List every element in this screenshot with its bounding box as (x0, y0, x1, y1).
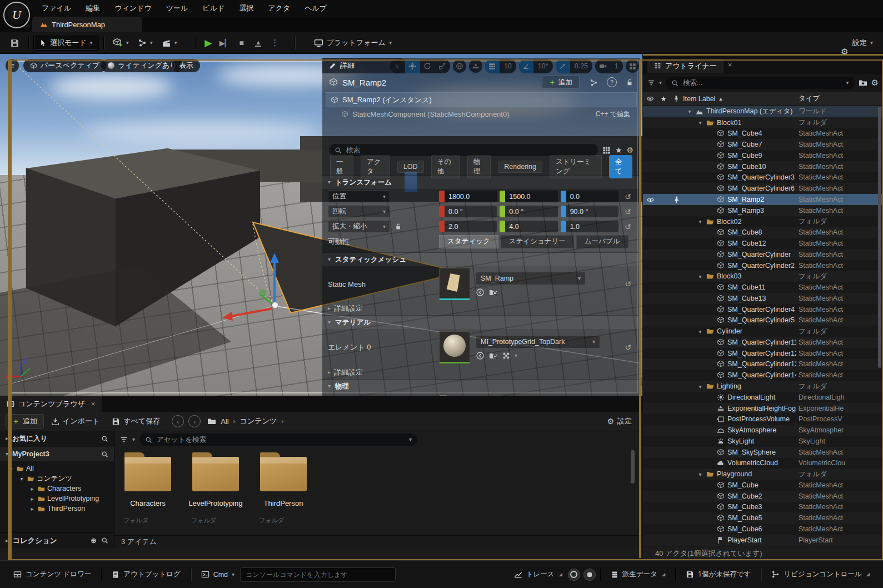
section-materials[interactable]: ▾ マテリアル (322, 315, 640, 329)
save-icon[interactable] (10, 38, 19, 48)
details-category-tab[interactable]: ストリーミング (550, 155, 602, 178)
breadcrumb-root[interactable]: All (218, 417, 231, 426)
expand-caret-icon[interactable]: ▾ (686, 108, 693, 114)
outliner-row[interactable]: ▾ Block03 フォルダ (643, 271, 883, 282)
outliner-row[interactable]: SM_Cube7 StaticMeshAct (643, 139, 883, 150)
close-icon[interactable]: × (728, 61, 732, 69)
perspective-button[interactable]: パースペクティブ (23, 59, 106, 72)
details-category-tab[interactable]: 一般 (330, 155, 353, 178)
visibility-column-icon[interactable] (643, 95, 657, 102)
location-x-field[interactable]: 1800.0 (439, 191, 497, 202)
component-row-instance[interactable]: SM_Ramp2 (インスタンス) (326, 92, 637, 107)
outliner-row[interactable]: SM_Cube2 StaticMeshAct (643, 491, 883, 502)
type-column[interactable]: タイプ (796, 94, 883, 103)
insights-button[interactable] (568, 569, 580, 581)
derived-data-button[interactable]: 派生データ ◢ (605, 570, 671, 579)
revision-control-button[interactable]: リビジョンコントロール ◢ (766, 570, 875, 579)
scale-z-field[interactable]: 1.0 (561, 221, 618, 232)
favorites-icon[interactable]: ★ (615, 146, 622, 155)
outliner-row[interactable]: ▾ Block01 フォルダ (643, 117, 883, 128)
play-options-button[interactable]: ⋮ (267, 36, 283, 50)
content-scrollbar[interactable] (631, 450, 635, 484)
details-category-tab[interactable]: その他 (431, 155, 461, 178)
expand-caret-icon[interactable]: ▾ (697, 383, 704, 390)
eject-button[interactable]: ▲ (250, 36, 267, 50)
outliner-row[interactable]: SkyLight SkyLight (643, 436, 883, 447)
add-actor-button[interactable]: ▾ (108, 36, 133, 50)
outliner-row[interactable]: SM_Cube6 StaticMeshAct (643, 524, 883, 535)
reset-static-mesh-button[interactable]: ↺ (621, 280, 635, 288)
location-y-field[interactable]: 1500.0 (500, 191, 557, 202)
details-category-tab[interactable]: Rendering (498, 161, 542, 173)
gear-icon[interactable]: ⚙ (871, 78, 879, 88)
close-icon[interactable]: × (91, 400, 96, 408)
outliner-search-input[interactable] (682, 78, 842, 87)
outliner-row[interactable]: ▾ ThirdPersonMap (エディタ) ワールド (643, 106, 883, 117)
add-collection-icon[interactable]: ⊕ (91, 536, 97, 545)
reset-location-button[interactable]: ↺ (621, 192, 635, 201)
browse-to-asset-icon[interactable] (489, 351, 498, 360)
outliner-row[interactable]: SM_Cube12 StaticMeshAct (643, 238, 883, 249)
search-icon[interactable] (101, 451, 108, 458)
project-section[interactable]: ▾ MyProject3 (0, 447, 114, 461)
details-search-input[interactable] (345, 146, 592, 155)
cmd-selector[interactable]: Cmd ▾ (196, 570, 240, 579)
outliner-row[interactable]: SM_Cube4 StaticMeshAct (643, 128, 883, 139)
help-icon[interactable]: ? (607, 77, 617, 87)
outliner-row[interactable]: ▾ Cylinder フォルダ (643, 326, 883, 337)
lock-open-icon[interactable] (626, 78, 633, 86)
outliner-row[interactable]: SM_QuarterCylinder5 StaticMeshAct (643, 315, 883, 326)
view-mode-button[interactable]: ライティングあり (101, 59, 183, 72)
content-browser-tab[interactable]: コンテンツブラウザ × (0, 396, 102, 412)
outliner-row[interactable]: ExponentialHeightFog ExponentialHe (643, 403, 883, 414)
save-all-button[interactable]: すべて保存 (107, 416, 165, 426)
material-options-icon[interactable] (502, 352, 510, 360)
rotation-dropdown[interactable]: 回転▾ (328, 205, 390, 218)
details-category-tab[interactable]: 全て (609, 155, 632, 178)
snapshot-button[interactable] (583, 569, 596, 581)
back-icon[interactable]: ‹ (172, 415, 184, 427)
mobility-option[interactable]: スタティック (439, 235, 498, 248)
reset-rotation-button[interactable]: ↺ (621, 207, 635, 216)
rotation-z-field[interactable]: 90.0 ° (561, 206, 618, 217)
outliner-row[interactable]: SM_QuarterCylinder12 StaticMeshAct (643, 348, 883, 359)
stop-button[interactable]: ■ (233, 36, 250, 50)
unreal-logo[interactable]: U (3, 2, 30, 28)
outliner-search[interactable]: ▾ (666, 77, 855, 89)
display-filter-icon[interactable] (602, 146, 611, 155)
outliner-row[interactable]: SM_QuarterCylinder3 StaticMeshAct (643, 172, 883, 183)
details-category-tab[interactable]: アクタ (361, 155, 390, 178)
outliner-row[interactable]: ▾ Playground フォルダ (643, 469, 883, 480)
outliner-row[interactable]: VolumetricCloud VolumetricClou (643, 458, 883, 469)
folder-tile[interactable]: ThirdPerson フォルダ (257, 450, 310, 525)
outliner-row[interactable]: SM_QuarterCylinder11 StaticMeshAct (643, 337, 883, 348)
outliner-row[interactable]: SM_Cube5 StaticMeshAct (643, 512, 883, 524)
skip-button[interactable]: ▶▏ (217, 36, 233, 50)
use-selected-asset-icon[interactable] (476, 351, 485, 360)
item-label-column[interactable]: Item Label▲ (683, 95, 796, 103)
expand-caret-icon[interactable]: ▾ (697, 471, 704, 477)
outliner-row[interactable]: DirectionalLight DirectionalLigh (643, 392, 883, 403)
folder-tree-item[interactable]: ▸ LevelPrototyping (4, 494, 114, 504)
outliner-row[interactable]: SM_Cube StaticMeshAct (643, 480, 883, 491)
outliner-row[interactable]: SM_Ramp3 StaticMeshAct (643, 205, 883, 216)
location-dropdown[interactable]: 位置▾ (328, 190, 390, 203)
browse-to-asset-icon[interactable] (489, 288, 498, 297)
folder-tree-item[interactable]: ▸ Characters (4, 484, 114, 494)
material-combo[interactable]: MI_PrototypeGrid_TopDark▾ (476, 335, 600, 348)
outliner-row[interactable]: SM_QuarterCylinder2 StaticMeshAct (643, 260, 883, 271)
menu-item[interactable]: ツール (159, 3, 196, 13)
mobility-option[interactable]: ムーバブル (576, 235, 628, 248)
static-mesh-advanced[interactable]: ▸ 詳細設定 (322, 302, 640, 315)
pin-column-icon[interactable] (670, 95, 683, 102)
select-mode-button[interactable]: 選択モード ▾ (33, 35, 99, 51)
static-mesh-thumbnail[interactable] (439, 268, 470, 300)
outliner-row[interactable]: SM_Cube10 StaticMeshAct (643, 161, 883, 172)
menu-item[interactable]: ファイル (34, 3, 78, 13)
play-button[interactable]: ▶ (200, 36, 217, 50)
asset-search[interactable]: ▾ (139, 433, 417, 446)
menu-item[interactable]: 編集 (78, 3, 107, 13)
details-search[interactable] (329, 144, 598, 156)
breadcrumb-content[interactable]: コンテンツ (238, 416, 280, 426)
materials-advanced[interactable]: ▸ 詳細設定 (322, 366, 640, 379)
